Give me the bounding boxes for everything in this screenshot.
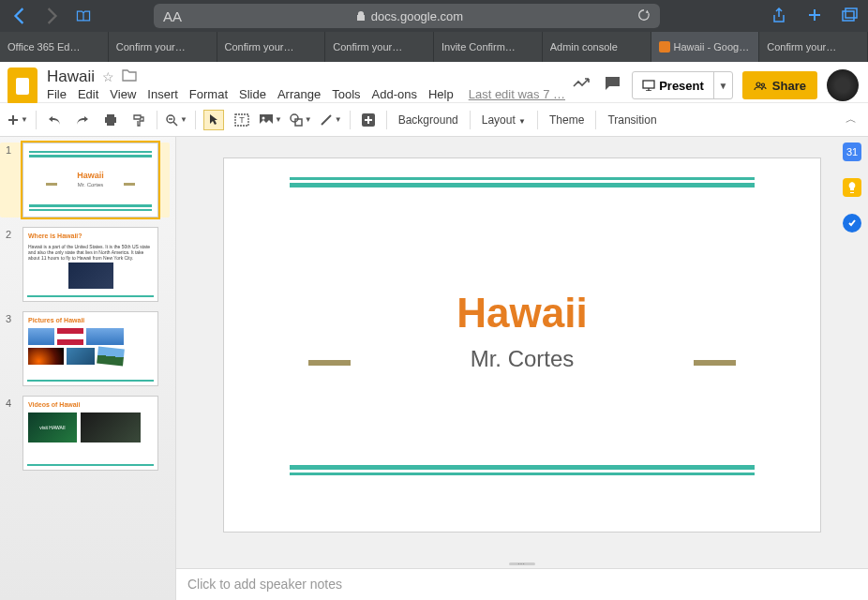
browser-tab[interactable]: Office 365 Ed… — [0, 32, 109, 62]
doc-title[interactable]: Hawaii — [47, 68, 95, 86]
url-host: docs.google.com — [371, 9, 463, 23]
slides-logo-icon[interactable] — [7, 68, 37, 105]
svg-rect-1 — [843, 11, 854, 21]
slide-canvas[interactable]: Hawaii Mr. Cortes — [223, 158, 821, 532]
menu-bar: File Edit View Insert Format Slide Arran… — [47, 87, 565, 101]
thumb-number: 3 — [6, 311, 17, 386]
new-slide-button[interactable]: ▼ — [7, 110, 28, 130]
thumb-number: 4 — [6, 396, 17, 471]
browser-right-tools — [769, 8, 861, 24]
tabs-icon[interactable] — [840, 8, 861, 24]
bookmarks-icon[interactable] — [71, 8, 96, 23]
decorative-line-top — [290, 177, 755, 188]
share-icon[interactable] — [769, 8, 789, 24]
transition-button[interactable]: Transition — [604, 113, 660, 127]
print-icon[interactable] — [100, 110, 121, 130]
back-button[interactable] — [7, 4, 32, 28]
zoom-icon[interactable]: ▼ — [165, 110, 187, 130]
svg-rect-9 — [295, 119, 302, 126]
share-person-icon — [754, 80, 767, 91]
browser-tab[interactable]: Confirm your… — [217, 32, 326, 62]
image-tool[interactable]: ▼ — [260, 110, 282, 130]
calendar-sidepanel-icon[interactable]: 31 — [843, 142, 861, 161]
refresh-icon[interactable] — [637, 8, 651, 24]
tab-strip: Office 365 Ed… Confirm your… Confirm you… — [0, 32, 868, 62]
background-button[interactable]: Background — [395, 113, 462, 127]
menu-format[interactable]: Format — [189, 87, 228, 101]
thumb-row: 1 HawaiiMr. Cortes — [0, 142, 170, 218]
keep-sidepanel-icon[interactable] — [843, 178, 861, 197]
menu-insert[interactable]: Insert — [147, 87, 178, 101]
slide-stage[interactable]: Hawaii Mr. Cortes — [176, 137, 868, 559]
menu-arrange[interactable]: Arrange — [277, 87, 321, 101]
thumb-row: 3 Pictures of Hawaii — [6, 311, 170, 386]
svg-rect-0 — [846, 8, 857, 18]
browser-tab[interactable]: Invite Confirm… — [434, 32, 543, 62]
browser-tab-active[interactable]: Hawaii - Goog… — [651, 32, 760, 62]
star-icon[interactable]: ☆ — [102, 69, 114, 84]
theme-button[interactable]: Theme — [546, 113, 588, 127]
menu-view[interactable]: View — [110, 87, 136, 101]
thumb-row: 2 Where is Hawaii? Hawaii is a part of t… — [6, 227, 170, 302]
slide-subtitle[interactable]: Mr. Cortes — [224, 346, 820, 372]
share-button[interactable]: Share — [742, 71, 817, 99]
redo-icon[interactable] — [72, 110, 93, 130]
present-icon — [642, 80, 655, 91]
menu-addons[interactable]: Add-ons — [372, 87, 417, 101]
reader-mode-icon[interactable]: AA — [163, 8, 182, 24]
hide-menus-chevron-icon[interactable]: ︿ — [846, 112, 857, 128]
paint-format-icon[interactable] — [128, 110, 149, 130]
accent-bar — [694, 360, 736, 366]
forward-button[interactable] — [39, 4, 64, 28]
line-tool[interactable]: ▼ — [320, 110, 342, 130]
svg-point-7 — [262, 116, 264, 119]
tasks-sidepanel-icon[interactable] — [843, 214, 861, 232]
work-area: 1 HawaiiMr. Cortes 2 Where is Hawaii? Ha… — [0, 137, 868, 600]
speaker-notes[interactable]: Click to add speaker notes — [176, 568, 868, 600]
move-folder-icon[interactable] — [122, 68, 137, 85]
browser-tab[interactable]: Confirm your… — [759, 32, 868, 62]
address-bar[interactable]: AA docs.google.com — [154, 4, 660, 28]
present-button-group: Present ▼ — [632, 71, 733, 99]
slide-thumbnail-2[interactable]: Where is Hawaii? Hawaii is a part of the… — [22, 227, 158, 302]
app-header: Hawaii ☆ File Edit View Insert Format Sl… — [0, 62, 868, 103]
slide-thumbnail-3[interactable]: Pictures of Hawaii — [22, 311, 158, 386]
layout-button[interactable]: Layout ▼ — [478, 113, 530, 127]
menu-tools[interactable]: Tools — [332, 87, 360, 101]
menu-file[interactable]: File — [47, 87, 67, 101]
thumb-number: 1 — [6, 142, 17, 218]
comments-icon[interactable] — [602, 76, 622, 95]
canvas-area: Hawaii Mr. Cortes ⋯ Click to add speaker… — [176, 137, 868, 600]
textbox-tool[interactable]: T — [232, 110, 252, 130]
notes-resize-handle[interactable]: ⋯ — [176, 559, 868, 568]
activity-icon[interactable] — [572, 77, 592, 94]
menu-help[interactable]: Help — [428, 87, 454, 101]
browser-tab[interactable]: Confirm your… — [325, 32, 434, 62]
undo-icon[interactable] — [44, 110, 65, 130]
svg-text:T: T — [239, 115, 245, 125]
thumb-number: 2 — [6, 227, 17, 302]
menu-slide[interactable]: Slide — [239, 87, 266, 101]
select-tool[interactable] — [203, 110, 224, 130]
filmstrip[interactable]: 1 HawaiiMr. Cortes 2 Where is Hawaii? Ha… — [0, 137, 176, 600]
thumb-row: 4 Videos of Hawaii visit HAWAII — [6, 396, 170, 471]
add-comment-icon[interactable] — [358, 110, 379, 130]
present-dropdown[interactable]: ▼ — [713, 72, 732, 98]
slide-title[interactable]: Hawaii — [224, 290, 820, 337]
present-button[interactable]: Present — [633, 79, 713, 93]
browser-tab[interactable]: Admin console — [543, 32, 651, 62]
svg-rect-2 — [643, 81, 654, 88]
side-panel: 31 — [836, 139, 868, 232]
last-edit-link[interactable]: Last edit was 7 … — [469, 87, 565, 101]
menu-edit[interactable]: Edit — [78, 87, 98, 101]
browser-toolbar: AA docs.google.com — [0, 0, 868, 32]
slide-thumbnail-4[interactable]: Videos of Hawaii visit HAWAII — [22, 396, 158, 471]
account-avatar[interactable] — [827, 69, 859, 101]
new-tab-icon[interactable] — [804, 8, 825, 24]
shape-tool[interactable]: ▼ — [290, 110, 312, 130]
slide-thumbnail-1[interactable]: HawaiiMr. Cortes — [22, 142, 158, 218]
browser-tab[interactable]: Confirm your… — [109, 32, 217, 62]
lock-icon — [356, 10, 366, 22]
decorative-line-bottom — [290, 465, 755, 475]
toolbar: ▼ ▼ T ▼ ▼ ▼ Background Layout ▼ Theme Tr… — [0, 103, 868, 137]
